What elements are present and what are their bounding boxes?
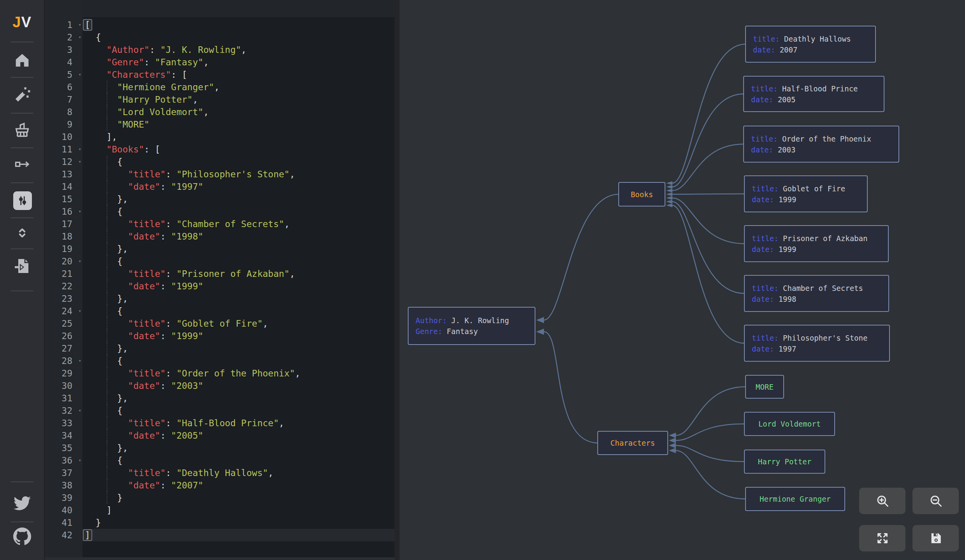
code-line[interactable]: "title": "Half-Blood Prince",	[82, 417, 395, 429]
graph-node-b5[interactable]: title: Order of the Phoenixdate: 2003	[743, 126, 899, 163]
graph-node-books[interactable]: Books	[618, 182, 665, 206]
code-token: :	[149, 45, 160, 55]
app-logo[interactable]: JV	[12, 14, 32, 31]
code-line[interactable]: },	[82, 342, 395, 355]
code-line[interactable]: "date": "1999"	[82, 280, 395, 292]
code-token: {	[85, 356, 123, 366]
code-line[interactable]: "date": "2007"	[82, 479, 395, 492]
fold-arrow-icon[interactable]: ▾	[78, 143, 81, 156]
fold-arrow-icon[interactable]: ▾	[78, 454, 81, 467]
code-line[interactable]: "Hermione Granger",	[82, 81, 395, 93]
code-line[interactable]: {	[82, 156, 395, 168]
clear-button[interactable]	[13, 121, 31, 139]
code-line[interactable]: "MORE"	[82, 118, 395, 131]
graph-node-b7[interactable]: title: Deathly Hallowsdate: 2007	[745, 26, 876, 63]
graph-node-characters[interactable]: Characters	[597, 431, 668, 455]
fold-arrow-icon[interactable]: ▾	[78, 68, 81, 81]
code-line[interactable]: ]	[82, 529, 395, 541]
code-lines[interactable]: [ { "Author": "J. K. Rowling", "Genre": …	[82, 0, 395, 560]
graph-panel[interactable]: Author: J. K. RowlingGenre: FantasyBooks…	[400, 0, 965, 560]
code-line[interactable]: },	[82, 292, 395, 305]
fold-arrow-icon[interactable]: ▾	[78, 305, 81, 317]
graph-node-c1[interactable]: Hermione Granger	[745, 487, 845, 511]
save-button[interactable]	[912, 525, 959, 551]
code-token: "date"	[128, 182, 160, 192]
graph-node-b4[interactable]: title: Goblet of Firedate: 1999	[744, 175, 868, 212]
import-button[interactable]	[13, 257, 32, 275]
sidebar-divider	[11, 481, 33, 482]
code-line[interactable]: "Books": [	[82, 143, 395, 156]
fold-arrow-icon[interactable]: ▾	[78, 31, 81, 44]
home-button[interactable]	[13, 51, 31, 69]
code-line[interactable]: ],	[82, 131, 395, 143]
code-line[interactable]: {	[82, 355, 395, 367]
node-row: title: Goblet of Fire	[745, 183, 867, 194]
graph-node-b6[interactable]: title: Half-Blood Princedate: 2005	[743, 76, 884, 112]
code-line[interactable]: "date": "1999"	[82, 330, 395, 342]
code-line[interactable]: [	[82, 19, 395, 31]
fullscreen-button[interactable]	[859, 525, 905, 551]
graph-node-b3[interactable]: title: Prisoner of Azkabandate: 1999	[744, 225, 889, 262]
code-line[interactable]: "title": "Order of the Phoenix",	[82, 367, 395, 380]
github-link[interactable]	[13, 527, 31, 545]
graph-node-b1[interactable]: title: Philosopher's Stonedate: 1997	[744, 325, 890, 362]
code-line[interactable]: "title": "Deathly Hallows",	[82, 467, 395, 479]
fold-arrow-icon[interactable]: ▾	[78, 355, 81, 367]
code-line[interactable]: "Author": "J. K. Rowling",	[82, 44, 395, 56]
code-line[interactable]: "date": "2003"	[82, 380, 395, 392]
fold-arrow-icon[interactable]: ▾	[78, 205, 81, 218]
fold-arrow-icon[interactable]: ▾	[78, 255, 81, 268]
code-line[interactable]: "date": "2005"	[82, 429, 395, 442]
code-line[interactable]: {	[82, 305, 395, 317]
code-line[interactable]: "date": "1998"	[82, 230, 395, 243]
code-line[interactable]: "date": "1997"	[82, 180, 395, 193]
zoom-out-button[interactable]	[912, 488, 959, 514]
panel-divider[interactable]	[395, 0, 400, 560]
code-line[interactable]: },	[82, 442, 395, 454]
graph-edge	[676, 424, 744, 441]
code-line[interactable]: "title": "Prisoner of Azkaban",	[82, 268, 395, 280]
code-line[interactable]: "title": "Chamber of Secrets",	[82, 218, 395, 230]
adjust-layout-button[interactable]	[13, 191, 32, 210]
code-line[interactable]: {	[82, 404, 395, 417]
code-token: :	[166, 418, 177, 428]
graph-node-c2[interactable]: Harry Potter	[744, 450, 825, 474]
code-line[interactable]: {	[82, 205, 395, 218]
code-token	[85, 119, 117, 130]
graph-node-b2[interactable]: title: Chamber of Secretsdate: 1998	[744, 275, 889, 312]
code-line[interactable]: },	[82, 243, 395, 255]
expand-width-button[interactable]	[14, 156, 31, 173]
code-line[interactable]: },	[82, 193, 395, 205]
zoom-in-icon	[876, 494, 890, 508]
code-line[interactable]: "Characters": [	[82, 68, 395, 81]
auto-format-button[interactable]	[13, 86, 31, 104]
fold-arrow-icon[interactable]: ▾	[78, 404, 81, 417]
fold-nodes-button[interactable]	[14, 225, 30, 241]
graph-node-root[interactable]: Author: J. K. RowlingGenre: Fantasy	[408, 307, 535, 345]
zoom-in-button[interactable]	[859, 488, 905, 514]
fold-arrow-icon[interactable]: ▾	[78, 156, 81, 168]
code-token: "Half-Blood Prince"	[176, 418, 279, 428]
code-line[interactable]: "Harry Potter",	[82, 93, 395, 106]
code-line[interactable]: ]	[82, 504, 395, 516]
twitter-link[interactable]	[14, 495, 31, 512]
json-editor[interactable]: 1▾2▾345▾67891011▾12▾13141516▾17181920▾21…	[45, 0, 395, 560]
fold-arrow-icon[interactable]: ▾	[78, 19, 81, 31]
code-line[interactable]: {	[82, 31, 395, 44]
code-line[interactable]: {	[82, 454, 395, 467]
code-line[interactable]: }	[82, 516, 395, 529]
graph-node-c4[interactable]: MORE	[745, 375, 784, 399]
code-line[interactable]: "Lord Voldemort",	[82, 106, 395, 118]
code-line[interactable]: "title": "Goblet of Fire",	[82, 317, 395, 330]
code-token: :	[144, 57, 155, 67]
code-line[interactable]: "title": "Philosopher's Stone",	[82, 168, 395, 180]
code-token: :	[166, 468, 177, 478]
code-token: "title"	[128, 318, 166, 329]
node-row: date: 2003	[744, 144, 898, 155]
graph-node-c3[interactable]: Lord Voldemort	[744, 412, 835, 436]
code-line[interactable]: },	[82, 392, 395, 404]
code-line[interactable]: "Genre": "Fantasy",	[82, 56, 395, 68]
editor-scrollbar[interactable]	[45, 557, 395, 560]
code-line[interactable]: {	[82, 255, 395, 268]
code-line[interactable]: }	[82, 492, 395, 504]
